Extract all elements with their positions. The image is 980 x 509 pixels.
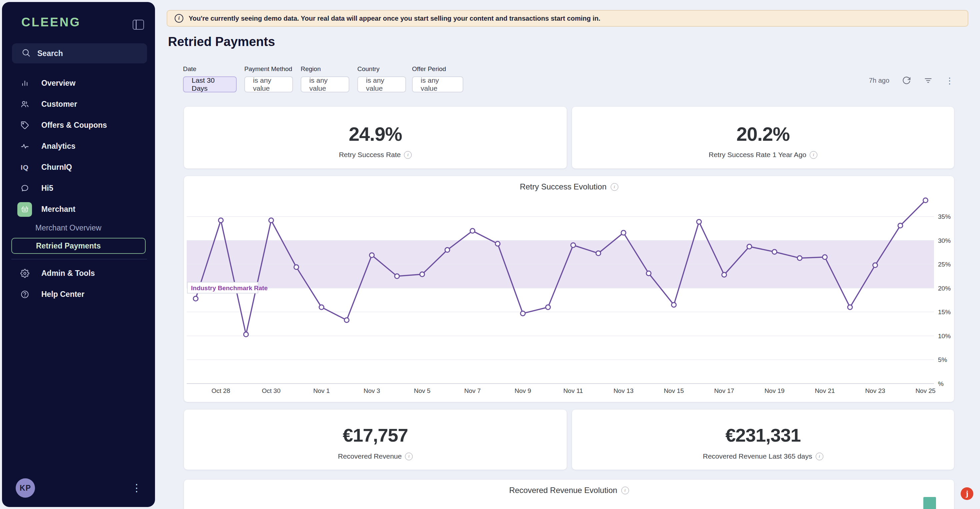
sidebar-item-merchant[interactable]: Merchant (2, 199, 155, 220)
data-point-marker[interactable] (797, 256, 802, 260)
x-axis-tick-label: Nov 21 (815, 387, 835, 394)
user-menu-kebab-icon[interactable]: ⋮ (132, 482, 142, 494)
filter-label: Payment Method (244, 65, 293, 73)
chart-title: Recovered Revenue Evolution i (184, 486, 954, 495)
stat-value: 24.9% (184, 123, 567, 145)
sidebar-item-overview[interactable]: Overview (2, 73, 155, 94)
sidebar-collapse-icon[interactable] (133, 20, 144, 30)
x-axis-tick-label: Nov 5 (414, 387, 431, 394)
data-point-marker[interactable] (571, 243, 576, 247)
data-point-marker[interactable] (294, 265, 299, 270)
x-axis-tick-label: Nov 9 (515, 387, 531, 394)
sidebar: CLEENG Search Overview Customer (2, 2, 155, 507)
benchmark-label-text: Industry Benchmark Rate (191, 284, 268, 292)
data-point-marker[interactable] (873, 263, 878, 268)
sidebar-item-label: ChurnIQ (41, 163, 72, 172)
data-point-marker[interactable] (521, 311, 525, 316)
stat-label-text: Retry Success Rate (339, 151, 401, 159)
country-filter-button[interactable]: is any value (357, 77, 406, 93)
sidebar-item-hi5[interactable]: Hi5 (2, 178, 155, 199)
data-point-marker[interactable] (269, 218, 274, 223)
data-point-marker[interactable] (420, 272, 425, 276)
offer-period-filter-button[interactable]: is any value (412, 77, 463, 93)
data-point-marker[interactable] (923, 198, 928, 203)
data-point-marker[interactable] (470, 228, 475, 233)
filter-region: Region is any value (301, 65, 349, 93)
sidebar-item-customer[interactable]: Customer (2, 94, 155, 115)
data-point-marker[interactable] (822, 255, 827, 260)
notification-badge[interactable]: j (961, 487, 973, 500)
stat-value: €17,757 (184, 424, 567, 446)
data-point-marker[interactable] (193, 296, 198, 301)
last-updated-text: 7h ago (869, 77, 889, 85)
info-icon[interactable]: i (810, 151, 817, 159)
data-point-marker[interactable] (395, 274, 399, 279)
x-axis-tick-label: Nov 15 (663, 387, 684, 394)
data-point-marker[interactable] (243, 332, 248, 337)
info-icon[interactable]: i (621, 487, 629, 494)
search-input[interactable]: Search (12, 43, 147, 63)
gear-icon (18, 266, 32, 281)
info-icon[interactable]: i (404, 151, 412, 159)
stat-label-text: Recovered Revenue (338, 452, 402, 460)
sidebar-item-analytics[interactable]: Analytics (2, 136, 155, 157)
data-point-marker[interactable] (621, 230, 626, 235)
info-icon[interactable]: i (405, 453, 413, 460)
date-filter-button[interactable]: Last 30 Days (183, 77, 237, 93)
data-point-marker[interactable] (898, 223, 903, 228)
payment-method-filter-button[interactable]: is any value (244, 77, 293, 93)
sidebar-item-churniq[interactable]: IQ ChurnIQ (2, 157, 155, 178)
data-point-marker[interactable] (596, 251, 601, 255)
data-point-marker[interactable] (319, 305, 324, 310)
stat-label: Recovered Revenue Last 365 days i (572, 452, 954, 460)
chart-title-text: Retry Success Evolution (520, 182, 606, 191)
stat-label: Retry Success Rate 1 Year Ago i (572, 151, 954, 159)
avatar[interactable]: KP (16, 478, 35, 498)
stat-label: Recovered Revenue i (184, 452, 567, 460)
data-point-marker[interactable] (747, 244, 752, 249)
sidebar-item-label: Hi5 (41, 184, 53, 193)
sidebar-item-help-center[interactable]: Help Center (2, 284, 155, 305)
x-axis-tick-label: Nov 25 (915, 387, 935, 394)
data-point-marker[interactable] (697, 220, 702, 224)
data-point-marker[interactable] (445, 247, 450, 252)
data-point-marker[interactable] (646, 271, 651, 276)
data-point-marker[interactable] (772, 249, 777, 254)
y-axis-zero-label: % (938, 380, 943, 387)
retry-success-evolution-card: Retry Success Evolution i 35%30%25%20%15… (184, 176, 954, 402)
y-axis-tick-label: 10% (938, 333, 951, 340)
stat-label: Retry Success Rate i (184, 151, 567, 159)
sidebar-item-label: Customer (41, 100, 77, 109)
sidebar-item-merchant-overview[interactable]: Merchant Overview (2, 220, 155, 236)
filter-label: Region (301, 65, 349, 73)
data-point-marker[interactable] (219, 218, 223, 223)
data-point-marker[interactable] (672, 303, 676, 307)
sidebar-item-label: Admin & Tools (41, 269, 95, 278)
data-point-marker[interactable] (370, 253, 374, 257)
sidebar-nav-bottom: Admin & Tools Help Center (2, 263, 155, 305)
partial-bar (923, 497, 936, 509)
refresh-icon[interactable] (902, 76, 911, 85)
sidebar-item-label: Merchant (41, 205, 75, 214)
sidebar-item-retried-payments[interactable]: Retried Payments (11, 238, 146, 254)
page-title: Retried Payments (168, 35, 275, 49)
info-icon[interactable]: i (816, 453, 823, 460)
stat-label-text: Retry Success Rate 1 Year Ago (709, 151, 807, 159)
data-point-marker[interactable] (495, 241, 500, 246)
data-point-marker[interactable] (722, 273, 727, 277)
info-icon[interactable]: i (611, 183, 618, 191)
stat-value: €231,331 (572, 424, 954, 446)
chart-title-text: Recovered Revenue Evolution (509, 486, 617, 495)
y-axis-tick-label: 25% (938, 261, 951, 268)
data-point-marker[interactable] (848, 305, 852, 310)
more-options-kebab-icon[interactable]: ⋮ (945, 77, 954, 85)
data-point-marker[interactable] (546, 305, 550, 310)
filter-label: Date (183, 65, 237, 73)
data-point-marker[interactable] (344, 318, 349, 322)
filter-icon[interactable] (924, 76, 933, 85)
filter-payment-method: Payment Method is any value (244, 65, 293, 93)
region-filter-button[interactable]: is any value (301, 77, 349, 93)
retry-success-evolution-chart: 35%30%25%20%15%10%5%%Oct 28Oct 30Nov 1No… (184, 176, 954, 402)
sidebar-item-admin-tools[interactable]: Admin & Tools (2, 263, 155, 284)
sidebar-item-offers-coupons[interactable]: Offers & Coupons (2, 115, 155, 136)
